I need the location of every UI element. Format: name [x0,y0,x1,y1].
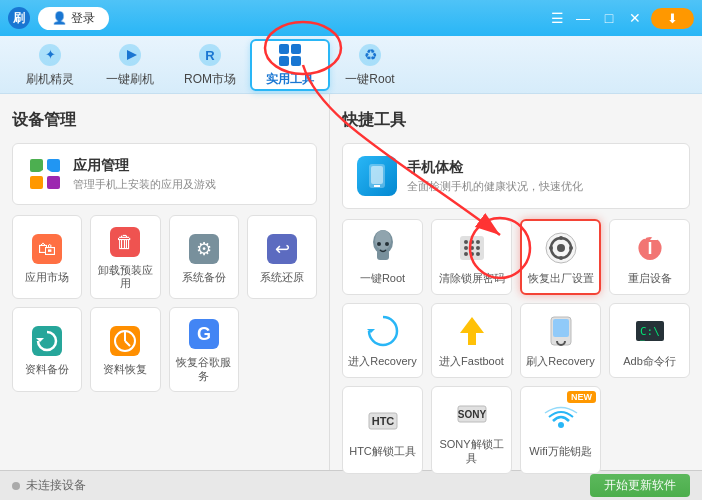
fastboot-icon [453,312,491,350]
flashrecovery-label: 刷入Recovery [526,354,594,368]
sysrestore-label: 系统还原 [260,271,304,284]
new-badge: NEW [567,391,596,403]
reboot-icon [631,229,669,267]
svg-text:🛍: 🛍 [38,239,56,259]
phone-check-text: 手机体检 全面检测手机的健康状况，快速优化 [407,159,583,194]
app-logo: 刷 [8,7,30,29]
grid-item-sysbak[interactable]: ⚙ 系统备份 [169,215,239,299]
quick-item-factoryreset[interactable]: 恢复出厂设置 [520,219,601,295]
main-content: 设备管理 ✦ 应用管理 管理手机上安装的应用及游戏 [0,94,702,470]
grid-item-google[interactable]: G 恢复谷歌服务 [169,307,239,391]
quick-item-wifi[interactable]: NEW Wifi万能钥匙 [520,386,601,475]
left-panel: 设备管理 ✦ 应用管理 管理手机上安装的应用及游戏 [0,94,330,470]
svg-text:♻: ♻ [364,46,377,63]
app-manage-desc: 管理手机上安装的应用及游戏 [73,177,216,192]
quick-grid: 一键Root [342,219,690,474]
factoryreset-icon [542,229,580,267]
svg-rect-34 [371,166,383,184]
svg-text:HTC: HTC [371,415,394,427]
right-section-title: 快捷工具 [342,110,690,131]
root-icon: ♻ [356,41,384,69]
sysbak-label: 系统备份 [182,271,226,284]
app-manage-title: 应用管理 [73,157,216,175]
status-left: 未连接设备 [12,477,86,494]
flashrecovery-icon [542,312,580,350]
nav-item-rom[interactable]: R ROM市场 [170,39,250,91]
svg-point-47 [476,246,480,250]
sony-label: SONY解锁工具 [436,437,507,466]
svg-text:⚙: ⚙ [196,239,212,259]
svg-text:✦: ✦ [38,162,53,182]
left-grid-tools: 🛍 应用市场 🗑 卸载预装应用 [12,215,317,392]
phone-check-title: 手机体检 [407,159,583,177]
svg-point-49 [470,252,474,256]
nav-label-tools: 实用工具 [266,71,314,88]
svg-point-56 [569,246,573,250]
svg-point-48 [464,252,468,256]
oneroot-icon [364,229,402,267]
minimize-button[interactable]: — [573,8,593,28]
clearlock-label: 清除锁屏密码 [439,271,505,285]
app-manage-card[interactable]: ✦ 应用管理 管理手机上安装的应用及游戏 [12,143,317,205]
svg-point-44 [476,240,480,244]
quick-item-htc[interactable]: HTC HTC解锁工具 [342,386,423,475]
databak-label: 资料备份 [25,363,69,376]
download-button[interactable]: ⬇ [651,8,694,29]
clearlock-icon [453,229,491,267]
grid-item-appmarket[interactable]: 🛍 应用市场 [12,215,82,299]
quick-item-reboot[interactable]: 重启设备 [609,219,690,295]
grid-item-sysrestore[interactable]: ↩ 系统还原 [247,215,317,299]
maximize-button[interactable]: □ [599,8,619,28]
phone-check-desc: 全面检测手机的健康状况，快速优化 [407,179,583,194]
svg-text:G: G [197,324,211,344]
wifi-icon [542,402,580,440]
svg-text:_: _ [640,332,645,341]
quick-item-flashrecovery[interactable]: 刷入Recovery [520,303,601,377]
databak-icon [29,323,65,359]
svg-marker-60 [460,317,484,345]
grid-item-databak[interactable]: 资料备份 [12,307,82,391]
uninstall-icon: 🗑 [107,224,143,260]
phone-check-icon [357,156,397,196]
title-bar-left: 刷 👤 登录 [8,7,109,30]
svg-rect-6 [279,44,289,54]
factoryreset-label: 恢复出厂设置 [528,271,594,285]
menu-button[interactable]: ☰ [547,8,567,28]
htc-icon: HTC [364,402,402,440]
rom-icon: R [196,41,224,69]
svg-point-42 [464,240,468,244]
login-label: 登录 [71,10,95,27]
nav-item-root[interactable]: ♻ 一键Root [330,39,410,91]
title-bar: 刷 👤 登录 ☰ — □ ✕ ⬇ [0,0,702,36]
nav-label-rom: ROM市场 [184,71,236,88]
login-button[interactable]: 👤 登录 [38,7,109,30]
grid-item-uninstall[interactable]: 🗑 卸载预装应用 [90,215,160,299]
quick-item-fastboot[interactable]: 进入Fastboot [431,303,512,377]
quick-item-oneroot[interactable]: 一键Root [342,219,423,295]
phone-check-card[interactable]: 手机体检 全面检测手机的健康状况，快速优化 [342,143,690,209]
app-manage-icon: ✦ [27,156,63,192]
svg-text:↩: ↩ [274,239,289,259]
sysbak-icon: ⚙ [186,231,222,267]
quick-item-clearlock[interactable]: 清除锁屏密码 [431,219,512,295]
adb-icon: C:\ _ [631,312,669,350]
nav-item-brush[interactable]: ✦ 刷机精灵 [10,39,90,91]
svg-point-43 [470,240,474,244]
close-button[interactable]: ✕ [625,8,645,28]
quick-item-sony[interactable]: SONY SONY解锁工具 [431,386,512,475]
svg-text:R: R [205,48,215,63]
left-section-title: 设备管理 [12,110,317,131]
nav-item-onekey[interactable]: 一键刷机 [90,39,170,91]
svg-rect-9 [291,56,301,66]
nav-label-brush: 刷机精灵 [26,71,74,88]
quick-item-recovery[interactable]: 进入Recovery [342,303,423,377]
svg-point-54 [559,256,563,260]
start-update-button[interactable]: 开始更新软件 [590,474,690,497]
nav-item-tools[interactable]: 实用工具 [250,39,330,91]
oneroot-label: 一键Root [360,271,405,285]
grid-item-datarestore[interactable]: 资料恢复 [90,307,160,391]
wifi-label: Wifi万能钥匙 [529,444,591,458]
quick-item-adb[interactable]: C:\ _ Adb命令行 [609,303,690,377]
datarestore-label: 资料恢复 [103,363,147,376]
recovery-icon [364,312,402,350]
